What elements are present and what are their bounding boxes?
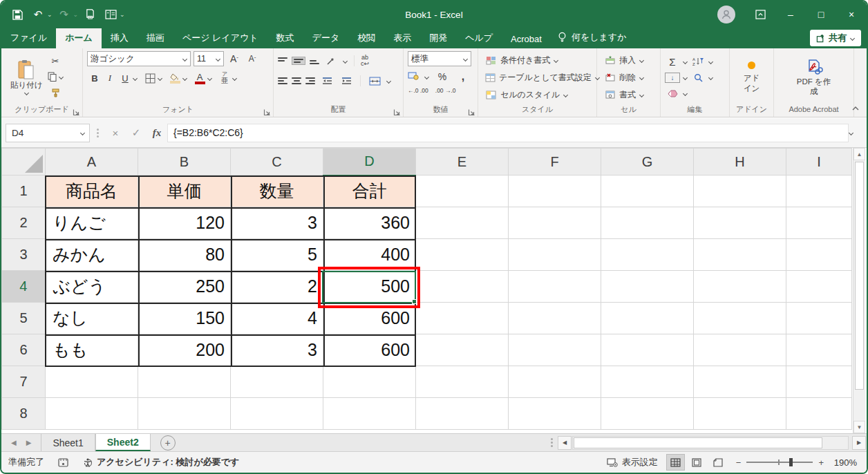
- cell-f1[interactable]: [509, 176, 601, 207]
- cell-h7[interactable]: [694, 366, 786, 398]
- cell-i2[interactable]: [786, 207, 852, 239]
- sheet-tab-sheet2[interactable]: Sheet2: [95, 434, 151, 451]
- column-header-f[interactable]: F: [509, 149, 601, 176]
- number-format-combo[interactable]: 標準: [408, 51, 471, 66]
- cell-c3[interactable]: 5: [231, 239, 323, 271]
- cell-b8[interactable]: [138, 398, 231, 430]
- column-header-h[interactable]: H: [694, 149, 786, 176]
- phonetic-chevron-icon[interactable]: [232, 76, 237, 81]
- cell-h8[interactable]: [694, 398, 786, 430]
- tab-formulas[interactable]: 数式: [267, 28, 303, 48]
- cell-e1[interactable]: [416, 176, 509, 207]
- cell-i4[interactable]: [786, 271, 852, 303]
- row-header-4[interactable]: 4: [2, 271, 46, 303]
- cell-a5[interactable]: なし: [46, 303, 138, 334]
- tab-draw[interactable]: 描画: [138, 28, 173, 48]
- sheet-tab-sheet1[interactable]: Sheet1: [41, 434, 95, 451]
- cell-h1[interactable]: [694, 176, 786, 207]
- decrease-decimal-icon[interactable]: .00 →.0: [435, 87, 456, 94]
- increase-indent-icon[interactable]: [339, 73, 354, 88]
- cell-f6[interactable]: [509, 334, 601, 366]
- cell-f5[interactable]: [509, 303, 601, 334]
- cell-f3[interactable]: [509, 239, 601, 271]
- align-right-icon[interactable]: [305, 77, 315, 84]
- borders-chevron-icon[interactable]: [158, 76, 162, 81]
- cell-i8[interactable]: [786, 398, 852, 430]
- cell-h4[interactable]: [694, 271, 786, 303]
- increase-decimal-icon[interactable]: ←.0 .00: [408, 87, 428, 94]
- format-as-table-button[interactable]: テーブルとして書式設定: [482, 69, 592, 86]
- row-header-1[interactable]: 1: [2, 176, 46, 207]
- vertical-scrollbar[interactable]: ▲ ▼: [853, 148, 865, 433]
- cell-g5[interactable]: [601, 303, 694, 334]
- save-icon[interactable]: [8, 6, 26, 23]
- currency-chevron-icon[interactable]: [424, 75, 429, 79]
- currency-format-icon[interactable]: [408, 70, 419, 83]
- minimize-button[interactable]: –: [775, 1, 806, 28]
- cell-a3[interactable]: みかん: [46, 239, 138, 271]
- merge-chevron-icon[interactable]: [386, 79, 391, 84]
- shrink-font-button[interactable]: Aˇ: [245, 51, 260, 66]
- cell-d3[interactable]: 400: [323, 239, 416, 271]
- column-header-a[interactable]: A: [46, 149, 138, 176]
- tab-developer[interactable]: 開発: [420, 28, 456, 48]
- cell-e2[interactable]: [416, 207, 509, 239]
- cell-b6[interactable]: 200: [138, 334, 231, 366]
- orientation-chevron-icon[interactable]: [343, 59, 348, 64]
- select-all-corner[interactable]: [2, 149, 46, 176]
- cell-g3[interactable]: [601, 239, 694, 271]
- tab-help[interactable]: ヘルプ: [456, 28, 502, 48]
- cell-d4-selected[interactable]: 500: [323, 271, 416, 303]
- fill-color-button[interactable]: [167, 70, 182, 86]
- cut-icon[interactable]: ✂: [48, 53, 64, 68]
- cell-f4[interactable]: [509, 271, 601, 303]
- fill-button[interactable]: ↓: [665, 73, 680, 83]
- merge-center-icon[interactable]: [367, 73, 382, 88]
- scroll-up-icon[interactable]: ▲: [853, 148, 865, 160]
- clear-eraser-icon[interactable]: [665, 86, 680, 101]
- cell-a8[interactable]: [46, 398, 138, 430]
- align-middle-icon[interactable]: [292, 57, 305, 65]
- cell-b4[interactable]: 250: [138, 271, 231, 303]
- cell-i6[interactable]: [786, 334, 852, 366]
- tab-home[interactable]: ホーム: [56, 28, 102, 48]
- row-header-7[interactable]: 7: [2, 366, 46, 398]
- row-header-3[interactable]: 3: [2, 239, 46, 271]
- scroll-down-icon[interactable]: ▼: [853, 421, 865, 433]
- cell-f2[interactable]: [509, 207, 601, 239]
- tab-data[interactable]: データ: [303, 28, 349, 48]
- font-color-button[interactable]: A: [192, 70, 207, 86]
- cell-b3[interactable]: 80: [138, 239, 231, 271]
- cell-c7[interactable]: [231, 366, 323, 398]
- cell-g2[interactable]: [601, 207, 694, 239]
- cell-d2[interactable]: 360: [323, 207, 416, 239]
- macro-record-icon[interactable]: [51, 458, 75, 467]
- column-header-c[interactable]: C: [231, 149, 323, 176]
- borders-button[interactable]: [142, 70, 158, 86]
- autosum-button[interactable]: Σ: [665, 54, 680, 69]
- cell-b7[interactable]: [138, 366, 231, 398]
- cell-d1[interactable]: 合計: [323, 176, 416, 207]
- cell-i5[interactable]: [786, 303, 852, 334]
- tab-file[interactable]: ファイル: [1, 28, 56, 48]
- row-header-2[interactable]: 2: [2, 207, 46, 239]
- fill-color-chevron-icon[interactable]: [182, 76, 187, 81]
- column-header-e[interactable]: E: [416, 149, 509, 176]
- row-header-5[interactable]: 5: [2, 303, 46, 334]
- enter-icon[interactable]: ✓: [126, 124, 147, 142]
- sheet-nav-left-icon[interactable]: ◀: [11, 439, 17, 446]
- grow-font-button[interactable]: Aˆ: [227, 51, 242, 66]
- font-dialog-launcher-icon[interactable]: [263, 106, 272, 115]
- sheet-nav-right-icon[interactable]: ▶: [26, 439, 32, 446]
- cell-a7[interactable]: [46, 366, 138, 398]
- font-name-combo[interactable]: 游ゴシック: [87, 51, 191, 66]
- align-left-icon[interactable]: [278, 77, 287, 84]
- cancel-icon[interactable]: ×: [105, 124, 126, 142]
- maximize-button[interactable]: □: [806, 1, 836, 28]
- cell-styles-button[interactable]: セルのスタイル: [482, 86, 592, 104]
- delete-cells-button[interactable]: 削除: [601, 69, 656, 86]
- comma-style-button[interactable]: ,: [455, 69, 471, 84]
- align-center-icon[interactable]: [292, 77, 301, 84]
- percent-style-button[interactable]: %: [435, 69, 450, 84]
- addins-button[interactable]: アドイン: [736, 60, 768, 95]
